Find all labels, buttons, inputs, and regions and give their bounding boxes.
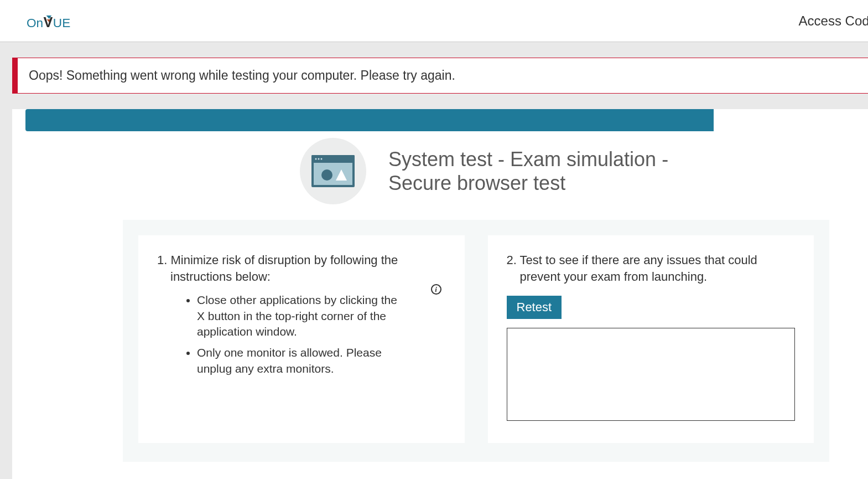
page-title: System test - Exam simulation - Secure b… bbox=[388, 147, 676, 195]
test-result-box bbox=[507, 328, 796, 421]
onvue-logo-icon: On V UE bbox=[27, 9, 82, 33]
svg-point-9 bbox=[321, 158, 323, 160]
svg-text:On: On bbox=[27, 16, 43, 29]
app-header: On V UE Access Code bbox=[0, 0, 868, 42]
svg-text:UE: UE bbox=[53, 16, 70, 29]
error-alert: Oops! Something went wrong while testing… bbox=[12, 58, 868, 94]
info-icon[interactable]: i bbox=[431, 284, 441, 295]
access-code-label: Access Code bbox=[799, 13, 868, 29]
svg-point-11 bbox=[321, 169, 332, 181]
cards-area: 1. Minimize risk of disruption by follow… bbox=[123, 220, 829, 462]
step1-heading: 1. Minimize risk of disruption by follow… bbox=[157, 252, 446, 285]
step1-bullet-list: Close other applications by clicking the… bbox=[197, 292, 402, 377]
svg-text:V: V bbox=[43, 14, 53, 29]
logo: On V UE bbox=[27, 9, 82, 33]
step1-card: 1. Minimize risk of disruption by follow… bbox=[138, 235, 465, 443]
svg-rect-10 bbox=[314, 163, 352, 185]
step1-bullet: Only one monitor is allowed. Please unpl… bbox=[197, 345, 402, 377]
step1-bullet: Close other applications by clicking the… bbox=[197, 292, 402, 339]
step2-heading: 2. Test to see if there are any issues t… bbox=[507, 252, 796, 285]
retest-button[interactable]: Retest bbox=[507, 296, 562, 319]
error-alert-text: Oops! Something went wrong while testing… bbox=[29, 68, 455, 83]
svg-point-8 bbox=[318, 158, 320, 160]
main-panel: System test - Exam simulation - Secure b… bbox=[12, 109, 868, 479]
svg-point-7 bbox=[315, 158, 317, 160]
step2-card: 2. Test to see if there are any issues t… bbox=[488, 235, 814, 443]
browser-window-icon bbox=[300, 138, 366, 204]
progress-fill bbox=[25, 109, 714, 131]
progress-bar bbox=[25, 109, 855, 131]
